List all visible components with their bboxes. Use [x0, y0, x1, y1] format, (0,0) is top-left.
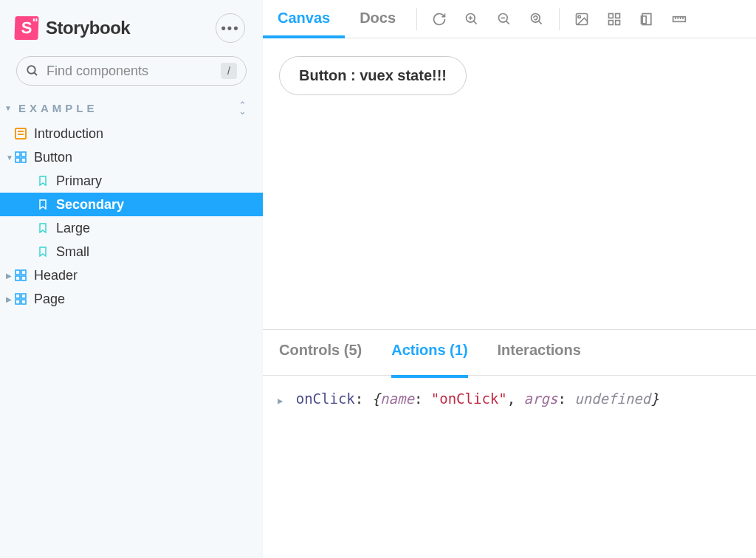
svg-rect-12: [16, 300, 20, 304]
sidebar: S Storybook ••• / ▼ EXAMPLE ⌃⌄ ▶ Introdu…: [0, 0, 263, 558]
sidebar-header: S Storybook •••: [0, 13, 263, 56]
sidebar-item-page[interactable]: ▶ Page: [0, 287, 263, 311]
svg-rect-9: [21, 276, 26, 280]
svg-rect-11: [21, 294, 26, 298]
section-header[interactable]: ▼ EXAMPLE ⌃⌄: [0, 100, 263, 122]
search-field[interactable]: /: [16, 56, 247, 86]
viewport-icon[interactable]: [639, 12, 654, 27]
svg-point-0: [27, 66, 35, 74]
search-icon: [26, 64, 39, 78]
tree-label: Small: [56, 244, 89, 260]
search-input[interactable]: [47, 63, 221, 79]
document-icon: [15, 128, 27, 140]
actions-panel: ▶ onClick: {name: "onClick", args: undef…: [263, 376, 756, 421]
component-icon: [15, 269, 27, 281]
tab-canvas[interactable]: Canvas: [263, 0, 345, 38]
tab-docs[interactable]: Docs: [345, 0, 410, 38]
svg-point-21: [532, 13, 540, 22]
log-event-name: onClick: [296, 390, 355, 407]
svg-rect-8: [16, 276, 20, 280]
svg-rect-7: [21, 270, 26, 275]
chevron-right-icon: ▶: [278, 396, 283, 406]
svg-rect-25: [609, 13, 614, 18]
sidebar-item-button[interactable]: ▼ Button: [0, 145, 263, 169]
tree-label: Page: [34, 292, 65, 307]
svg-rect-5: [21, 158, 26, 162]
sidebar-item-small[interactable]: ▶ Small: [0, 240, 263, 264]
svg-rect-3: [21, 152, 26, 156]
sidebar-item-introduction[interactable]: ▶ Introduction: [0, 122, 263, 145]
measure-icon[interactable]: [672, 12, 687, 27]
svg-rect-13: [21, 300, 26, 304]
ellipsis-icon: •••: [221, 21, 240, 36]
main-panel: Canvas Docs Button : vuex state!!! Contr…: [263, 0, 756, 558]
zoom-in-icon[interactable]: [464, 12, 479, 27]
sidebar-item-header[interactable]: ▶ Header: [0, 264, 263, 287]
tree-label: Secondary: [56, 197, 124, 213]
divider: [559, 8, 560, 30]
image-icon[interactable]: [574, 12, 589, 27]
svg-rect-2: [16, 152, 20, 156]
shortcut-badge: /: [221, 63, 237, 79]
tab-actions[interactable]: Actions (1): [391, 342, 467, 378]
logo[interactable]: S Storybook: [15, 16, 130, 40]
tree-label: Primary: [56, 173, 102, 189]
tree-label: Introduction: [34, 126, 103, 142]
svg-point-24: [578, 16, 580, 18]
chevron-down-icon: ▼: [6, 154, 13, 162]
story-tree: ▶ Introduction ▼ Button ▶ Primary ▶ Seco…: [0, 122, 263, 311]
preview-button[interactable]: Button : vuex state!!!: [279, 56, 467, 95]
bookmark-icon: [37, 222, 49, 234]
svg-line-1: [34, 72, 37, 75]
chevron-right-icon: ▶: [6, 272, 13, 280]
svg-rect-26: [616, 13, 620, 18]
svg-rect-4: [16, 158, 20, 162]
sidebar-item-primary[interactable]: ▶ Primary: [0, 169, 263, 193]
sidebar-item-large[interactable]: ▶ Large: [0, 216, 263, 240]
bookmark-icon: [37, 199, 49, 210]
expand-collapse-icon[interactable]: ⌃⌄: [238, 103, 247, 114]
svg-line-22: [539, 21, 542, 24]
svg-line-15: [474, 21, 477, 24]
tab-controls[interactable]: Controls (5): [279, 342, 362, 368]
svg-rect-27: [609, 20, 614, 24]
brand-name: Storybook: [46, 18, 130, 38]
log-key: name: [380, 390, 414, 407]
canvas-area: Button : vuex state!!!: [263, 38, 756, 330]
search-container: /: [0, 56, 263, 100]
menu-button[interactable]: •••: [216, 13, 245, 43]
svg-rect-6: [16, 270, 20, 275]
tree-label: Button: [34, 150, 72, 165]
sidebar-item-secondary[interactable]: ▶ Secondary: [0, 193, 263, 216]
action-log-entry[interactable]: ▶ onClick: {name: "onClick", args: undef…: [278, 390, 741, 407]
tree-label: Header: [34, 268, 78, 283]
log-value: undefined: [574, 390, 650, 407]
svg-line-19: [506, 21, 509, 24]
chevron-right-icon: ▶: [6, 295, 13, 303]
component-icon: [15, 151, 27, 163]
divider: [416, 8, 417, 30]
storybook-logo-icon: S: [14, 16, 38, 40]
zoom-out-icon[interactable]: [497, 12, 512, 27]
tool-icons-group-2: [566, 12, 695, 27]
addon-tabs: Controls (5) Actions (1) Interactions: [263, 330, 756, 376]
chevron-down-icon: ▼: [4, 104, 16, 112]
component-icon: [15, 293, 27, 305]
zoom-reset-icon[interactable]: [529, 12, 544, 27]
tab-interactions[interactable]: Interactions: [498, 342, 581, 368]
toolbar: Canvas Docs: [263, 0, 756, 38]
grid-icon[interactable]: [607, 12, 622, 27]
section-label: EXAMPLE: [18, 102, 98, 114]
tree-label: Large: [56, 221, 90, 236]
svg-rect-28: [616, 20, 620, 24]
tool-icons-group: [423, 12, 553, 27]
refresh-icon[interactable]: [432, 12, 447, 27]
svg-rect-10: [16, 294, 20, 298]
bookmark-icon: [37, 246, 49, 258]
log-value: "onClick": [431, 390, 507, 407]
log-key: args: [524, 390, 558, 407]
bookmark-icon: [37, 175, 49, 187]
